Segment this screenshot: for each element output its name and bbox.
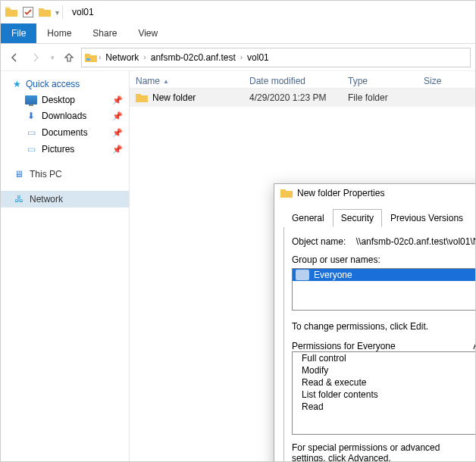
- sidebar-header-quickaccess[interactable]: ★ Quick access: [1, 76, 129, 92]
- permissions-list[interactable]: Full control✓ Modify✓ Read & execute✓ Li…: [292, 351, 476, 435]
- sidebar-item-pictures[interactable]: ▭ Pictures 📌: [1, 141, 129, 158]
- group-item-everyone[interactable]: Everyone: [293, 269, 476, 281]
- col-type[interactable]: Type: [348, 76, 424, 86]
- check-icon: ✓: [458, 377, 476, 388]
- breadcrumb-host[interactable]: anfsmb-02c0.anf.test: [148, 51, 239, 64]
- pin-icon: 📌: [112, 145, 123, 155]
- col-date[interactable]: Date modified: [249, 76, 348, 86]
- advanced-hint: For special permissions or advanced sett…: [292, 442, 476, 462]
- sidebar-item-network[interactable]: 🖧 Network: [1, 191, 129, 208]
- qat-chevron-icon[interactable]: ▾: [55, 8, 59, 17]
- svg-rect-1: [86, 58, 90, 61]
- object-name-row: Object name: \\anfsmb-02c0.anf.test\vol0…: [292, 236, 476, 247]
- file-tab[interactable]: File: [1, 23, 36, 43]
- nav-bar: ▾ › Network › anfsmb-02c0.anf.test › vol…: [1, 44, 475, 71]
- group-users-label: Group or user names:: [292, 254, 476, 265]
- perm-row: Read & execute✓: [293, 376, 476, 389]
- documents-icon: ▭: [25, 126, 37, 139]
- dialog-titlebar[interactable]: New folder Properties: [274, 184, 476, 202]
- forward-button[interactable]: [27, 48, 45, 67]
- folder-icon: [5, 6, 17, 18]
- sort-asc-icon: ▲: [163, 78, 169, 85]
- folder-icon: [280, 187, 293, 199]
- dialog-title: New folder Properties: [297, 188, 476, 198]
- sidebar-item-label: Desktop: [42, 95, 75, 105]
- quick-access-toolbar: ▾: [5, 6, 59, 18]
- tab-view[interactable]: View: [127, 23, 168, 43]
- chevron-right-icon[interactable]: ›: [143, 53, 146, 61]
- sidebar-item-label: Documents: [42, 127, 88, 138]
- pin-icon: 📌: [112, 128, 123, 138]
- users-icon: [296, 270, 309, 280]
- sidebar-item-downloads[interactable]: ⬇ Downloads 📌: [1, 108, 129, 124]
- perm-row: Read✓: [293, 401, 476, 413]
- edit-hint: To change permissions, click Edit.: [292, 321, 428, 332]
- check-icon: ✓: [458, 365, 476, 376]
- breadcrumb-network[interactable]: Network: [102, 51, 142, 64]
- tab-security[interactable]: Security: [333, 209, 382, 227]
- ribbon: File Home Share View: [1, 23, 475, 44]
- sidebar-item-desktop[interactable]: Desktop 📌: [1, 92, 129, 108]
- group-item-label: Everyone: [314, 270, 352, 280]
- group-users-list[interactable]: Everyone: [292, 268, 476, 311]
- perm-row: List folder contents✓: [293, 389, 476, 401]
- tab-general[interactable]: General: [283, 209, 333, 227]
- star-icon: ★: [13, 79, 21, 89]
- tab-strip: General Security Previous Versions Custo…: [283, 208, 476, 227]
- breadcrumb-vol[interactable]: vol01: [244, 51, 272, 64]
- col-name[interactable]: Name▲: [136, 76, 249, 86]
- sidebar-item-thispc[interactable]: 🖥 This PC: [1, 165, 129, 183]
- separator: [62, 5, 63, 19]
- sidebar-item-label: Network: [30, 194, 63, 204]
- up-button[interactable]: [60, 48, 78, 67]
- check-icon: ✓: [458, 401, 476, 412]
- pc-icon: 🖥: [13, 168, 25, 180]
- permissions-header: Permissions for Everyone Allow Deny: [292, 341, 476, 351]
- chevron-right-icon[interactable]: ›: [99, 53, 101, 61]
- window-title: vol01: [72, 7, 94, 17]
- title-bar: ▾ vol01: [1, 1, 475, 23]
- sidebar-label: Quick access: [26, 79, 80, 89]
- pin-icon: 📌: [112, 111, 123, 121]
- main: ★ Quick access Desktop 📌 ⬇ Downloads 📌 ▭…: [1, 71, 475, 461]
- tab-previous-versions[interactable]: Previous Versions: [382, 209, 471, 227]
- security-panel: Object name: \\anfsmb-02c0.anf.test\vol0…: [283, 227, 476, 462]
- qat-folder-icon[interactable]: [39, 6, 51, 18]
- recent-chevron-icon[interactable]: ▾: [48, 48, 57, 67]
- item-date: 4/29/2020 1:23 PM: [249, 92, 348, 103]
- check-icon: ✓: [458, 389, 476, 400]
- sidebar-thispc-group: 🖥 This PC: [1, 165, 129, 183]
- properties-dialog: New folder Properties General Security P…: [274, 183, 476, 462]
- chevron-right-icon[interactable]: ›: [240, 53, 243, 61]
- allow-label: Allow: [463, 341, 476, 351]
- folder-icon: [136, 92, 148, 104]
- item-type: File folder: [348, 92, 424, 103]
- list-item[interactable]: New folder 4/29/2020 1:23 PM File folder: [130, 89, 475, 107]
- perm-for-label: Permissions for Everyone: [292, 341, 463, 351]
- sidebar-quick-access: ★ Quick access Desktop 📌 ⬇ Downloads 📌 ▭…: [1, 76, 129, 158]
- item-name: New folder: [152, 92, 196, 103]
- column-headers: Name▲ Date modified Type Size: [130, 71, 475, 89]
- tab-home[interactable]: Home: [36, 23, 82, 43]
- sidebar-item-documents[interactable]: ▭ Documents 📌: [1, 124, 129, 141]
- sidebar-item-label: This PC: [30, 169, 62, 179]
- sidebar-network-group: 🖧 Network: [1, 191, 129, 208]
- back-button[interactable]: [5, 48, 23, 67]
- network-icon: 🖧: [13, 193, 25, 205]
- pin-icon: 📌: [112, 95, 123, 105]
- sidebar: ★ Quick access Desktop 📌 ⬇ Downloads 📌 ▭…: [1, 71, 130, 461]
- sidebar-item-label: Pictures: [42, 144, 74, 155]
- tab-customize[interactable]: Customize: [471, 209, 476, 227]
- col-size[interactable]: Size: [424, 76, 469, 86]
- checkbox-icon[interactable]: [22, 6, 34, 18]
- tab-share[interactable]: Share: [82, 23, 127, 43]
- pictures-icon: ▭: [25, 143, 37, 155]
- breadcrumb[interactable]: › Network › anfsmb-02c0.anf.test › vol01: [81, 48, 471, 67]
- perm-row: Full control✓: [293, 352, 476, 364]
- object-name-value: \\anfsmb-02c0.anf.test\vol01\New folder: [356, 236, 476, 247]
- sidebar-item-label: Downloads: [42, 111, 86, 121]
- check-icon: ✓: [458, 353, 476, 364]
- desktop-icon: [25, 95, 37, 105]
- content-pane: Name▲ Date modified Type Size New folder…: [130, 71, 475, 461]
- network-drive-icon: [85, 52, 97, 64]
